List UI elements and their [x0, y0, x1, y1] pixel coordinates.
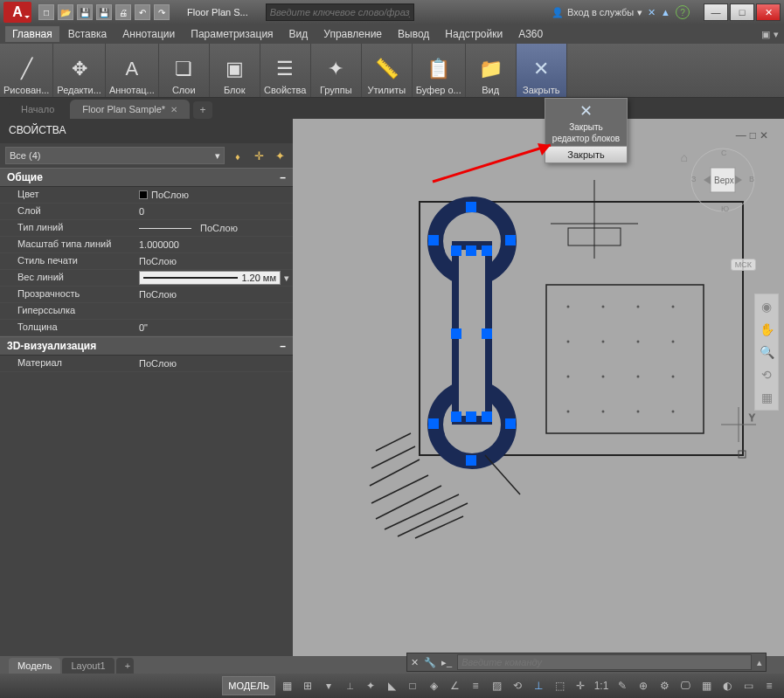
- cmdline-history-icon[interactable]: ▴: [757, 657, 762, 668]
- app-logo[interactable]: A: [3, 2, 31, 23]
- panel-groups[interactable]: ✦Группы: [311, 44, 362, 97]
- qat-redo-icon[interactable]: ↷: [154, 4, 170, 20]
- tab-layout1[interactable]: Layout1: [62, 658, 114, 674]
- maximize-button[interactable]: □: [730, 3, 754, 21]
- prop-thickness[interactable]: Толщина0": [0, 320, 293, 336]
- viewcube[interactable]: С В Ю З Верх: [688, 145, 758, 215]
- panel-annotation[interactable]: AАннотац...: [106, 44, 159, 97]
- prop-material[interactable]: МатериалПоСлою: [0, 356, 293, 372]
- qat-save-icon[interactable]: 💾: [77, 4, 93, 20]
- status-selection-icon[interactable]: ⬚: [550, 676, 569, 695]
- status-modelspace[interactable]: МОДЕЛЬ: [222, 676, 275, 695]
- status-annoscale-icon[interactable]: ✎: [613, 676, 632, 695]
- qat-undo-icon[interactable]: ↶: [135, 4, 150, 20]
- status-cycling-icon[interactable]: ⟲: [508, 676, 527, 695]
- status-dynucs-icon[interactable]: ⊥: [529, 676, 548, 695]
- panel-view[interactable]: 📁Вид: [466, 44, 517, 97]
- cloud-icon[interactable]: ▲: [661, 7, 670, 17]
- ribbon-collapse-icon[interactable]: ▾: [774, 29, 779, 40]
- status-scale[interactable]: 1:1: [592, 676, 611, 695]
- prop-plotstyle[interactable]: Стиль печатиПоСлою: [0, 253, 293, 270]
- panel-draw[interactable]: ╱Рисован...: [0, 44, 53, 97]
- qat-print-icon[interactable]: 🖨: [115, 4, 131, 20]
- tab-floorplan[interactable]: Floor Plan Sample* ✕: [70, 100, 190, 119]
- status-grid-icon[interactable]: ▦: [277, 676, 296, 695]
- prop-lineweight[interactable]: Вес линий1.20 мм▾: [0, 270, 293, 287]
- cmdline-config-icon[interactable]: 🔧: [424, 657, 436, 668]
- status-osnap-icon[interactable]: □: [403, 676, 422, 695]
- command-input[interactable]: [457, 654, 752, 670]
- section-general[interactable]: Общие–: [0, 168, 293, 187]
- minimize-button[interactable]: —: [704, 3, 728, 21]
- status-gizmo-icon[interactable]: ✛: [571, 676, 590, 695]
- zoom-icon[interactable]: 🔍: [758, 343, 775, 361]
- tab-a360[interactable]: A360: [511, 26, 550, 42]
- panel-clipboard[interactable]: 📋Буфер о...: [413, 44, 466, 97]
- add-layout-button[interactable]: +: [116, 658, 134, 674]
- orbit-icon[interactable]: ⟲: [758, 366, 775, 384]
- status-snap-icon[interactable]: ⊞: [298, 676, 317, 695]
- select-objects-icon[interactable]: ✛: [251, 148, 267, 163]
- tab-manage[interactable]: Управление: [316, 26, 389, 42]
- status-infer-icon[interactable]: ▾: [319, 676, 338, 695]
- panel-block[interactable]: ▣Блок: [210, 44, 260, 97]
- status-clean-icon[interactable]: ▭: [739, 676, 758, 695]
- panel-modify[interactable]: ✥Редакти...: [53, 44, 106, 97]
- prop-hyperlink[interactable]: Гиперссылка: [0, 303, 293, 320]
- status-workspace-icon[interactable]: ⚙: [655, 676, 674, 695]
- status-3dosnap-icon[interactable]: ◈: [424, 676, 443, 695]
- signin-button[interactable]: 👤 Вход в службы ▾: [552, 7, 642, 18]
- status-annovis-icon[interactable]: ⊕: [634, 676, 653, 695]
- drawing-canvas[interactable]: — □ ✕: [293, 119, 784, 656]
- status-transparency-icon[interactable]: ▨: [487, 676, 506, 695]
- exchange-icon[interactable]: ✕: [648, 7, 656, 18]
- pan-icon[interactable]: ✋: [758, 321, 775, 338]
- tab-parametric[interactable]: Параметризация: [184, 26, 280, 42]
- status-hardware-icon[interactable]: ▦: [697, 676, 716, 695]
- status-otrack-icon[interactable]: ∠: [445, 676, 464, 695]
- home-icon[interactable]: ⌂: [681, 150, 688, 164]
- tab-home[interactable]: Главная: [5, 26, 59, 42]
- toggle-pickadd-icon[interactable]: ⬧: [230, 148, 246, 163]
- cmdline-close-icon[interactable]: ✕: [411, 657, 419, 668]
- qat-new-icon[interactable]: □: [38, 4, 54, 20]
- prop-transparency[interactable]: ПрозрачностьПоСлою: [0, 287, 293, 303]
- ucs-label[interactable]: МСК: [731, 259, 756, 271]
- prop-linetype[interactable]: Тип линийПоСлою: [0, 220, 293, 237]
- prop-color[interactable]: ЦветПоСлою: [0, 187, 293, 204]
- search-input[interactable]: [266, 3, 414, 21]
- fullnav-icon[interactable]: ◉: [758, 298, 775, 315]
- tab-output[interactable]: Вывод: [391, 26, 436, 42]
- close-tab-icon[interactable]: ✕: [170, 105, 177, 114]
- tab-insert[interactable]: Вставка: [61, 26, 114, 42]
- selection-filter[interactable]: Все (4) ▾: [5, 147, 225, 164]
- tab-model[interactable]: Модель: [9, 658, 60, 674]
- tab-annotate[interactable]: Аннотации: [115, 26, 182, 42]
- help-icon[interactable]: ?: [676, 5, 690, 19]
- status-lweight-icon[interactable]: ≡: [466, 676, 485, 695]
- chevron-down-icon[interactable]: ▾: [284, 273, 289, 284]
- tab-view[interactable]: Вид: [282, 26, 316, 42]
- panel-close[interactable]: ✕Закрыть: [517, 44, 567, 97]
- status-isolate-icon[interactable]: ◐: [718, 676, 737, 695]
- prop-layer[interactable]: Слой0: [0, 204, 293, 220]
- status-ortho-icon[interactable]: ⟂: [340, 676, 359, 695]
- panel-layers[interactable]: ❏Слои: [159, 44, 210, 97]
- qat-open-icon[interactable]: 📂: [58, 4, 73, 20]
- tab-addins[interactable]: Надстройки: [438, 26, 510, 42]
- status-customize-icon[interactable]: ≡: [760, 676, 779, 695]
- status-iso-icon[interactable]: ◣: [382, 676, 401, 695]
- status-polar-icon[interactable]: ✦: [361, 676, 380, 695]
- quick-select-icon[interactable]: ✦: [272, 148, 288, 163]
- tab-start[interactable]: Начало: [9, 100, 66, 119]
- panel-properties[interactable]: ☰Свойства: [260, 44, 311, 97]
- add-tab-button[interactable]: +: [193, 101, 212, 119]
- close-window-button[interactable]: ✕: [756, 3, 781, 21]
- featured-apps-icon[interactable]: ▣: [761, 29, 770, 40]
- qat-saveas-icon[interactable]: 💾: [96, 4, 112, 20]
- section-3dviz[interactable]: 3D-визуализация–: [0, 336, 293, 356]
- panel-utilities[interactable]: 📏Утилиты: [362, 44, 413, 97]
- prop-ltscale[interactable]: Масштаб типа линий1.000000: [0, 237, 293, 253]
- showmotion-icon[interactable]: ▦: [758, 389, 775, 406]
- status-monitor-icon[interactable]: 🖵: [676, 676, 695, 695]
